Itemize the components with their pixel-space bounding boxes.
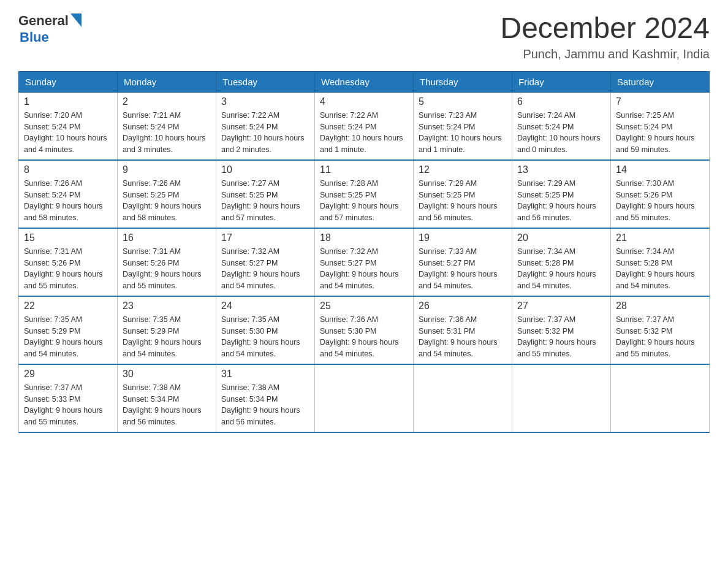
day-number: 9 <box>123 164 211 175</box>
day-info: Sunrise: 7:31 AMSunset: 5:26 PMDaylight:… <box>24 246 112 292</box>
day-info: Sunrise: 7:38 AMSunset: 5:34 PMDaylight:… <box>221 382 309 428</box>
calendar-cell: 21Sunrise: 7:34 AMSunset: 5:28 PMDayligh… <box>611 228 710 296</box>
calendar-cell: 20Sunrise: 7:34 AMSunset: 5:28 PMDayligh… <box>512 228 611 296</box>
calendar-cell: 22Sunrise: 7:35 AMSunset: 5:29 PMDayligh… <box>19 296 118 364</box>
calendar-cell: 10Sunrise: 7:27 AMSunset: 5:25 PMDayligh… <box>216 160 315 228</box>
day-info: Sunrise: 7:26 AMSunset: 5:24 PMDaylight:… <box>24 178 112 224</box>
day-info: Sunrise: 7:36 AMSunset: 5:31 PMDaylight:… <box>419 314 507 360</box>
day-info: Sunrise: 7:22 AMSunset: 5:24 PMDaylight:… <box>320 110 408 156</box>
calendar-cell: 4Sunrise: 7:22 AMSunset: 5:24 PMDaylight… <box>315 92 414 160</box>
day-number: 14 <box>616 164 704 175</box>
page-header: General Blue December 2024 Punch, Jammu … <box>18 12 710 61</box>
calendar-cell: 12Sunrise: 7:29 AMSunset: 5:25 PMDayligh… <box>414 160 512 228</box>
day-number: 13 <box>517 164 605 175</box>
calendar-cell: 6Sunrise: 7:24 AMSunset: 5:24 PMDaylight… <box>512 92 611 160</box>
day-number: 27 <box>517 301 605 312</box>
day-info: Sunrise: 7:35 AMSunset: 5:30 PMDaylight:… <box>221 314 309 360</box>
calendar-cell: 8Sunrise: 7:26 AMSunset: 5:24 PMDaylight… <box>19 160 118 228</box>
calendar-cell: 17Sunrise: 7:32 AMSunset: 5:27 PMDayligh… <box>216 228 315 296</box>
calendar-cell <box>414 364 512 432</box>
column-header-monday: Monday <box>118 71 216 92</box>
logo: General Blue <box>18 12 82 45</box>
day-info: Sunrise: 7:37 AMSunset: 5:32 PMDaylight:… <box>517 314 605 360</box>
day-info: Sunrise: 7:34 AMSunset: 5:28 PMDaylight:… <box>616 246 704 292</box>
day-info: Sunrise: 7:33 AMSunset: 5:27 PMDaylight:… <box>419 246 507 292</box>
day-number: 28 <box>616 301 704 312</box>
calendar-cell: 15Sunrise: 7:31 AMSunset: 5:26 PMDayligh… <box>19 228 118 296</box>
title-block: December 2024 Punch, Jammu and Kashmir, … <box>500 12 710 61</box>
day-number: 2 <box>123 96 211 107</box>
calendar-cell <box>611 364 710 432</box>
calendar-cell: 27Sunrise: 7:37 AMSunset: 5:32 PMDayligh… <box>512 296 611 364</box>
day-info: Sunrise: 7:37 AMSunset: 5:33 PMDaylight:… <box>24 382 112 428</box>
calendar-cell: 31Sunrise: 7:38 AMSunset: 5:34 PMDayligh… <box>216 364 315 432</box>
calendar-cell: 7Sunrise: 7:25 AMSunset: 5:24 PMDaylight… <box>611 92 710 160</box>
calendar-cell: 19Sunrise: 7:33 AMSunset: 5:27 PMDayligh… <box>414 228 512 296</box>
day-info: Sunrise: 7:34 AMSunset: 5:28 PMDaylight:… <box>517 246 605 292</box>
calendar-cell: 25Sunrise: 7:36 AMSunset: 5:30 PMDayligh… <box>315 296 414 364</box>
day-info: Sunrise: 7:27 AMSunset: 5:25 PMDaylight:… <box>221 178 309 224</box>
calendar-cell: 18Sunrise: 7:32 AMSunset: 5:27 PMDayligh… <box>315 228 414 296</box>
day-number: 30 <box>123 369 211 380</box>
day-info: Sunrise: 7:35 AMSunset: 5:29 PMDaylight:… <box>123 314 211 360</box>
day-info: Sunrise: 7:21 AMSunset: 5:24 PMDaylight:… <box>123 110 211 156</box>
day-number: 12 <box>419 164 507 175</box>
day-info: Sunrise: 7:24 AMSunset: 5:24 PMDaylight:… <box>517 110 605 156</box>
day-number: 22 <box>24 301 112 312</box>
day-number: 18 <box>320 232 408 243</box>
calendar-cell: 11Sunrise: 7:28 AMSunset: 5:25 PMDayligh… <box>315 160 414 228</box>
day-info: Sunrise: 7:36 AMSunset: 5:30 PMDaylight:… <box>320 314 408 360</box>
day-info: Sunrise: 7:22 AMSunset: 5:24 PMDaylight:… <box>221 110 309 156</box>
day-info: Sunrise: 7:26 AMSunset: 5:25 PMDaylight:… <box>123 178 211 224</box>
calendar-cell: 30Sunrise: 7:38 AMSunset: 5:34 PMDayligh… <box>118 364 216 432</box>
calendar-cell: 16Sunrise: 7:31 AMSunset: 5:26 PMDayligh… <box>118 228 216 296</box>
day-number: 10 <box>221 164 309 175</box>
logo-blue: Blue <box>20 29 49 45</box>
day-number: 31 <box>221 369 309 380</box>
day-info: Sunrise: 7:38 AMSunset: 5:34 PMDaylight:… <box>123 382 211 428</box>
day-number: 15 <box>24 232 112 243</box>
day-number: 24 <box>221 301 309 312</box>
calendar-table: SundayMondayTuesdayWednesdayThursdayFrid… <box>18 71 710 433</box>
calendar-cell: 2Sunrise: 7:21 AMSunset: 5:24 PMDaylight… <box>118 92 216 160</box>
day-info: Sunrise: 7:29 AMSunset: 5:25 PMDaylight:… <box>419 178 507 224</box>
day-info: Sunrise: 7:20 AMSunset: 5:24 PMDaylight:… <box>24 110 112 156</box>
calendar-cell: 1Sunrise: 7:20 AMSunset: 5:24 PMDaylight… <box>19 92 118 160</box>
day-number: 3 <box>221 96 309 107</box>
calendar-cell: 23Sunrise: 7:35 AMSunset: 5:29 PMDayligh… <box>118 296 216 364</box>
week-row-5: 29Sunrise: 7:37 AMSunset: 5:33 PMDayligh… <box>19 364 710 432</box>
column-header-tuesday: Tuesday <box>216 71 315 92</box>
logo-general: General <box>18 13 69 29</box>
day-number: 17 <box>221 232 309 243</box>
logo-triangle-icon <box>70 13 82 27</box>
day-number: 5 <box>419 96 507 107</box>
day-info: Sunrise: 7:28 AMSunset: 5:25 PMDaylight:… <box>320 178 408 224</box>
calendar-cell: 14Sunrise: 7:30 AMSunset: 5:26 PMDayligh… <box>611 160 710 228</box>
day-number: 23 <box>123 301 211 312</box>
calendar-cell <box>512 364 611 432</box>
subtitle: Punch, Jammu and Kashmir, India <box>500 47 710 61</box>
day-number: 29 <box>24 369 112 380</box>
main-title: December 2024 <box>500 12 710 45</box>
day-number: 21 <box>616 232 704 243</box>
week-row-1: 1Sunrise: 7:20 AMSunset: 5:24 PMDaylight… <box>19 92 710 160</box>
week-row-2: 8Sunrise: 7:26 AMSunset: 5:24 PMDaylight… <box>19 160 710 228</box>
column-header-thursday: Thursday <box>414 71 512 92</box>
column-header-sunday: Sunday <box>19 71 118 92</box>
day-info: Sunrise: 7:29 AMSunset: 5:25 PMDaylight:… <box>517 178 605 224</box>
day-number: 19 <box>419 232 507 243</box>
calendar-cell: 26Sunrise: 7:36 AMSunset: 5:31 PMDayligh… <box>414 296 512 364</box>
day-number: 8 <box>24 164 112 175</box>
calendar-cell: 28Sunrise: 7:37 AMSunset: 5:32 PMDayligh… <box>611 296 710 364</box>
calendar-cell: 3Sunrise: 7:22 AMSunset: 5:24 PMDaylight… <box>216 92 315 160</box>
column-header-saturday: Saturday <box>611 71 710 92</box>
calendar-cell: 9Sunrise: 7:26 AMSunset: 5:25 PMDaylight… <box>118 160 216 228</box>
day-info: Sunrise: 7:23 AMSunset: 5:24 PMDaylight:… <box>419 110 507 156</box>
day-number: 16 <box>123 232 211 243</box>
week-row-3: 15Sunrise: 7:31 AMSunset: 5:26 PMDayligh… <box>19 228 710 296</box>
column-header-friday: Friday <box>512 71 611 92</box>
calendar-cell: 13Sunrise: 7:29 AMSunset: 5:25 PMDayligh… <box>512 160 611 228</box>
calendar-cell: 24Sunrise: 7:35 AMSunset: 5:30 PMDayligh… <box>216 296 315 364</box>
day-number: 1 <box>24 96 112 107</box>
column-header-wednesday: Wednesday <box>315 71 414 92</box>
